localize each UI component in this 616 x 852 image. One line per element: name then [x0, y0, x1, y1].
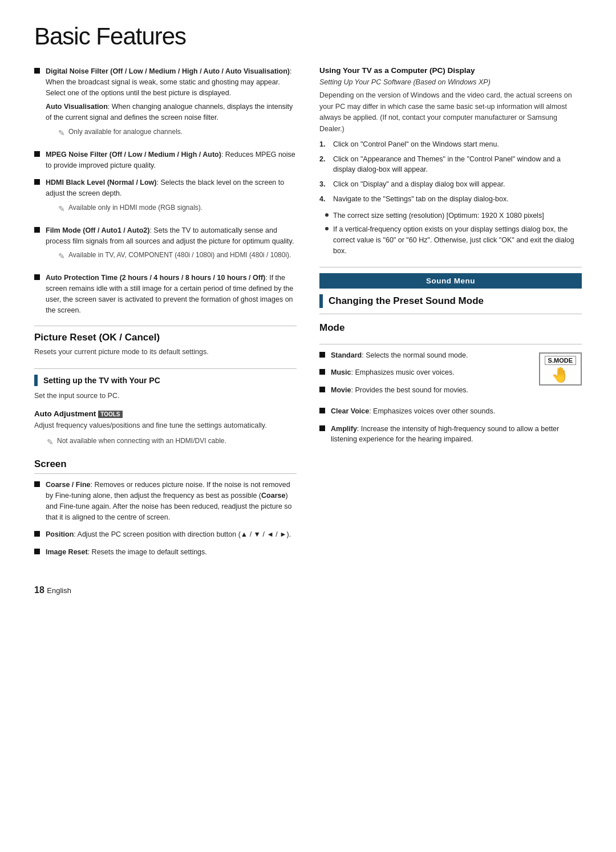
- step-num: 1.: [319, 139, 331, 150]
- preset-bar-icon: [319, 294, 323, 308]
- bullet-icon: [34, 227, 40, 233]
- dot-icon: [325, 213, 329, 217]
- hdmi-bold: HDMI Black Level (Normal / Low): [46, 178, 156, 186]
- mode-heading: Mode: [319, 322, 582, 334]
- divider: [34, 368, 297, 369]
- dnf-bold: Digital Noise Filter (Off / Low / Medium…: [46, 67, 290, 75]
- bullet-icon: [34, 68, 40, 74]
- bullet-icon: [34, 274, 40, 280]
- auto-adjustment-section: Auto AdjustmentTOOLS Adjust frequency va…: [34, 409, 297, 448]
- auto-adjustment-body: Adjust frequency values/positions and fi…: [34, 420, 297, 431]
- auto-adjustment-heading: Auto AdjustmentTOOLS: [34, 409, 297, 418]
- av-bold: Auto Visualisation: [46, 103, 108, 111]
- list-item: Clear Voice: Emphasizes voices over othe…: [319, 406, 582, 417]
- bullet-icon: [319, 408, 325, 413]
- using-pc-display-heading: Using Your TV as a Computer (PC) Display: [319, 66, 582, 75]
- clearvoice-normal: : Emphasizes voices over other sounds.: [369, 407, 495, 415]
- coarse-bold: Coarse / Fine: [46, 481, 91, 489]
- list-item: Position: Adjust the PC screen position …: [34, 529, 297, 540]
- amplify-bold: Amplify: [331, 425, 357, 433]
- smode-button: S.MODE 🤚: [539, 352, 582, 386]
- auto-adjustment-note: ✎ Not available when connecting with an …: [47, 436, 297, 448]
- note-icon: ✎: [58, 127, 65, 139]
- bullet-icon: [34, 151, 40, 157]
- divider: [34, 326, 297, 326]
- setting-up-tv-heading: Setting up the TV with Your PC: [43, 376, 160, 385]
- bullet-icon: [34, 179, 40, 185]
- bullet-icon: [319, 352, 325, 358]
- list-item: Digital Noise Filter (Off / Low / Medium…: [34, 66, 297, 143]
- dnf-note: Only available for analogue channels.: [68, 127, 183, 137]
- step-num: 2.: [319, 154, 331, 165]
- bullet-icon: [34, 549, 40, 554]
- position-bold: Position: [46, 530, 74, 538]
- movie-bold: Movie: [331, 386, 351, 394]
- standard-normal: : Selects the normal sound mode.: [362, 351, 468, 359]
- divider: [319, 344, 582, 344]
- mode-bullet-content: Standard: Selects the normal sound mode.…: [319, 350, 533, 406]
- music-normal: : Emphasizes music over voices.: [351, 368, 454, 376]
- mode-bullet-list: Standard: Selects the normal sound mode.…: [319, 350, 533, 396]
- image-reset-bold: Image Reset: [46, 548, 88, 556]
- list-item: Coarse / Fine: Removes or reduces pictur…: [34, 480, 297, 522]
- note-icon: ✎: [47, 436, 54, 448]
- picture-reset-heading: Picture Reset (OK / Cancel): [34, 332, 297, 343]
- movie-normal: : Provides the best sound for movies.: [351, 386, 468, 394]
- note-item: ✎ Only available for analogue channels.: [58, 127, 297, 139]
- step-num: 3.: [319, 179, 331, 190]
- using-pc-steps: 1.Click on "Control Panel" on the Window…: [319, 139, 582, 205]
- screen-section: Screen Coarse / Fine: Removes or reduces…: [34, 459, 297, 558]
- note-icon: ✎: [58, 250, 65, 262]
- divider: [319, 267, 582, 267]
- list-item: 2.Click on "Appearance and Themes" in th…: [319, 154, 582, 176]
- position-normal: : Adjust the PC screen position with dir…: [74, 530, 291, 538]
- features-bullet-list: Digital Noise Filter (Off / Low / Medium…: [34, 66, 297, 315]
- smode-button-area: S.MODE 🤚: [539, 350, 582, 386]
- sound-menu-banner: Sound Menu: [319, 273, 582, 289]
- left-column: Digital Noise Filter (Off / Low / Medium…: [34, 66, 297, 568]
- using-pc-display-section: Using Your TV as a Computer (PC) Display…: [319, 66, 582, 257]
- list-item: Image Reset: Resets the image to default…: [34, 547, 297, 558]
- list-item: Amplify: Increase the intensity of high-…: [319, 424, 582, 445]
- bullet-icon: [319, 387, 325, 392]
- screen-bullet-list: Coarse / Fine: Removes or reduces pictur…: [34, 480, 297, 558]
- film-bold: Film Mode (Off / Auto1 / Auto2): [46, 226, 149, 234]
- note-icon: ✎: [58, 203, 65, 215]
- dot-icon: [325, 227, 329, 230]
- mpeg-bold: MPEG Noise Filter (Off / Low / Medium / …: [46, 151, 221, 159]
- clearvoice-bold: Clear Voice: [331, 407, 369, 415]
- hdmi-note: Available only in HDMI mode (RGB signals…: [68, 202, 202, 213]
- film-note: Available in TV, AV, COMPONENT (480i / 1…: [68, 250, 291, 260]
- bullet-icon: [319, 369, 325, 375]
- list-item: Music: Emphasizes music over voices.: [319, 367, 533, 378]
- list-item: MPEG Noise Filter (Off / Low / Medium / …: [34, 149, 297, 171]
- list-item: HDMI Black Level (Normal / Low): Selects…: [34, 177, 297, 218]
- setting-bar-icon: [34, 375, 38, 386]
- amplify-normal: : Increase the intensity of high-frequen…: [331, 425, 559, 444]
- auto-adjustment-note-text: Not available when connecting with an HD…: [57, 436, 226, 446]
- mode-bullet-list-2: Clear Voice: Emphasizes voices over othe…: [319, 406, 582, 445]
- setting-up-tv-body: Set the input source to PC.: [34, 391, 297, 401]
- tools-icon: TOOLS: [98, 411, 122, 418]
- standard-bold: Standard: [331, 351, 362, 359]
- using-pc-dot-list: The correct size setting (resolution) [O…: [325, 210, 582, 257]
- apt-bold: Auto Protection Time (2 hours / 4 hours …: [46, 274, 265, 282]
- mode-content-row: Standard: Selects the normal sound mode.…: [319, 350, 582, 406]
- bullet-icon: [319, 425, 325, 431]
- smode-label: S.MODE: [545, 356, 576, 365]
- list-item: Film Mode (Off / Auto1 / Auto2): Sets th…: [34, 225, 297, 266]
- list-item: 4.Navigate to the "Settings" tab on the …: [319, 194, 582, 205]
- changing-preset-heading-row: Changing the Preset Sound Mode: [319, 294, 582, 308]
- list-item: 3.Click on "Display" and a display dialo…: [319, 179, 582, 190]
- picture-reset-section: Picture Reset (OK / Cancel) Resets your …: [34, 332, 297, 358]
- note-item: ✎ Available in TV, AV, COMPONENT (480i /…: [58, 250, 297, 262]
- changing-preset-heading: Changing the Preset Sound Mode: [329, 295, 484, 307]
- using-pc-intro: Setting Up Your PC Software (Based on Wi…: [319, 77, 582, 88]
- using-pc-body: Depending on the version of Windows and …: [319, 90, 582, 135]
- bullet-icon: [34, 481, 40, 487]
- list-item: Auto Protection Time (2 hours / 4 hours …: [34, 273, 297, 315]
- list-item: The correct size setting (resolution) [O…: [325, 210, 582, 221]
- mode-section: Mode Standard: Selects the normal sound …: [319, 322, 582, 445]
- list-item: If a vertical-frequency option exists on…: [325, 224, 582, 256]
- image-reset-normal: : Resets the image to default settings.: [88, 548, 207, 556]
